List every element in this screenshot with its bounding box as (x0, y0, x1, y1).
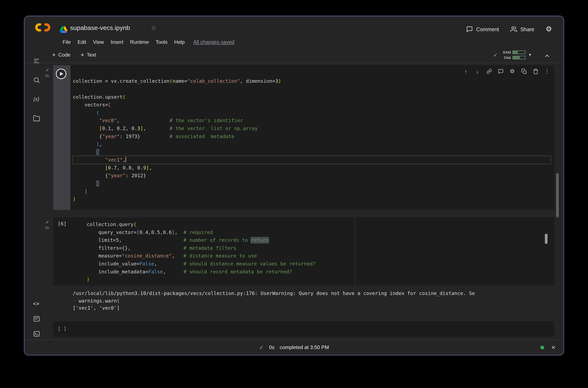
add-text-button[interactable]: + Text (81, 52, 96, 58)
header-actions: Comment Share ⚙ (466, 25, 552, 33)
cell-output: /usr/local/lib/python3.10/dist-packages/… (73, 290, 554, 312)
output-line: ['vec1', 'vec0'] (73, 304, 554, 312)
execution-count: [6] (58, 221, 67, 226)
output-line: warnings.warn( (73, 297, 554, 304)
menu-help[interactable]: Help (171, 39, 188, 45)
terminal-icon[interactable] (31, 329, 42, 339)
success-check-icon: ✓ (259, 344, 264, 351)
menu-tools[interactable]: Tools (152, 39, 171, 45)
add-code-label: Code (58, 52, 71, 58)
notebook-scrollbar-thumb[interactable] (556, 173, 559, 218)
more-icon[interactable]: ⋮ (544, 68, 550, 74)
comment-icon[interactable] (497, 68, 504, 74)
desktop: supabase-vecs.ipynb ☆ Comment Share ⚙ Fi… (0, 0, 588, 388)
files-icon[interactable] (31, 113, 42, 123)
menu-file[interactable]: File (59, 39, 74, 45)
output-line: /usr/local/lib/python3.10/dist-packages/… (73, 290, 554, 297)
link-icon[interactable] (486, 68, 492, 74)
people-icon (510, 26, 517, 32)
cell-toolbar: ↑↓⚙⋮ (463, 66, 551, 76)
execution-prompt-empty: [ ] (58, 326, 67, 331)
sidebar-top: {x} (31, 55, 42, 123)
sidebar-bottom: <> (31, 298, 42, 339)
close-icon[interactable]: ✕ (551, 344, 556, 351)
move-up-icon[interactable]: ↑ (463, 68, 469, 74)
cell-gutter (53, 65, 71, 210)
code-snippets-icon[interactable]: <> (31, 298, 42, 309)
code-editor[interactable]: collection.query( query_vector=[0.4,0.5,… (87, 220, 543, 284)
add-text-label: Text (87, 52, 96, 58)
comment-button[interactable]: Comment (466, 26, 499, 32)
command-palette-icon[interactable] (31, 314, 42, 324)
resources-indicator[interactable]: ✓ RAM Disk ▾ (493, 50, 531, 60)
collapse-header-button[interactable] (544, 53, 551, 60)
chevron-down-icon[interactable]: ▾ (529, 53, 531, 57)
editor-divider (355, 218, 355, 286)
comment-bubble-icon (466, 26, 473, 32)
play-icon (60, 72, 63, 76)
plus-icon: + (81, 52, 84, 58)
run-cell-button[interactable] (56, 69, 66, 79)
kernel-status-dot (540, 345, 544, 349)
settings-icon[interactable]: ⚙ (509, 68, 515, 74)
notebook-title[interactable]: supabase-vecs.ipynb (70, 24, 130, 32)
cell-scrollbar-thumb[interactable] (545, 234, 548, 244)
menu-edit[interactable]: Edit (74, 39, 90, 45)
menu-view[interactable]: View (90, 39, 107, 45)
variables-icon[interactable]: {x} (31, 94, 42, 104)
notebook-toolbar: + Code + Text ✓ RAM Disk (25, 49, 563, 63)
ram-gauge (513, 51, 526, 54)
menu-bar: FileEditViewInsertRuntimeToolsHelp All c… (59, 38, 235, 47)
delete-icon[interactable] (532, 68, 539, 74)
connected-check-icon: ✓ (493, 51, 498, 58)
google-drive-icon (60, 26, 68, 34)
settings-gear-icon[interactable]: ⚙ (546, 25, 552, 33)
ram-label: RAM (501, 50, 511, 54)
chevron-up-icon (544, 53, 550, 59)
resource-gauges: RAM Disk (501, 50, 526, 60)
code-cell-2[interactable]: [6] collection.query( query_vector=[0.4,… (53, 218, 554, 286)
comment-label: Comment (476, 26, 499, 32)
status-message: completed at 3:50 PM (280, 345, 329, 350)
disk-label: Disk (501, 55, 511, 60)
add-code-button[interactable]: + Code (52, 52, 71, 58)
colab-logo-icon[interactable] (35, 23, 51, 33)
mirror-cell-icon[interactable] (520, 68, 527, 74)
disk-gauge (513, 56, 526, 59)
colab-window: supabase-vecs.ipynb ☆ Comment Share ⚙ Fi… (24, 16, 564, 355)
plus-icon: + (52, 52, 56, 58)
code-cell-3-empty[interactable]: [ ] (53, 321, 554, 337)
menu-runtime[interactable]: Runtime (127, 39, 152, 45)
share-label: Share (520, 26, 534, 32)
table-of-contents-icon[interactable] (31, 55, 42, 66)
star-icon[interactable]: ☆ (151, 24, 156, 32)
code-cell-1[interactable]: ↑↓⚙⋮ collection = vx.create_collection(n… (53, 65, 554, 210)
search-icon[interactable] (31, 74, 42, 85)
move-down-icon[interactable]: ↓ (474, 68, 481, 74)
menu-insert[interactable]: Insert (107, 39, 127, 45)
code-editor[interactable]: collection = vx.create_collection(name="… (73, 77, 550, 203)
save-status[interactable]: All changes saved (193, 39, 234, 45)
status-duration: 0s (269, 345, 274, 350)
status-bar: ✓ 0s completed at 3:50 PM ✕ (25, 340, 563, 355)
share-button[interactable]: Share (510, 26, 534, 32)
